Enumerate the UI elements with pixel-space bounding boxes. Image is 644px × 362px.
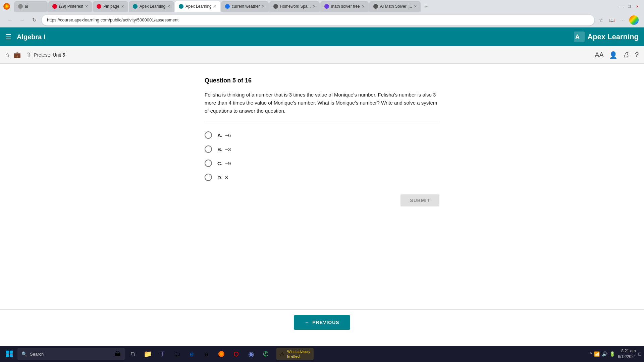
taskbar-files-icon[interactable]: 📁 [141, 347, 154, 361]
tab-apex2-label: Apex Learning [185, 4, 211, 9]
bookmark-star-icon[interactable]: ☆ [597, 16, 605, 24]
radio-a[interactable] [205, 131, 212, 139]
tab-apex1-label: Apex Learning [140, 4, 165, 9]
tab-pinterest1-close[interactable]: × [85, 4, 88, 9]
breadcrumb-value: Unit 5 [53, 52, 65, 58]
option-a-label: A. −6 [217, 132, 231, 138]
window-controls: — ❐ ✕ [619, 4, 643, 9]
svg-point-2 [6, 5, 8, 7]
radio-d[interactable] [205, 174, 212, 181]
tab-aimathsolver[interactable]: AI Math Solver |... × [369, 1, 421, 12]
option-b[interactable]: B. −3 [205, 145, 439, 153]
date-display: 6/12/2024 [618, 354, 636, 360]
app-header: ☰ Algebra I A Apex Learning [0, 27, 644, 46]
taskbar-browser-icon[interactable] [215, 347, 228, 361]
radio-c[interactable] [205, 160, 212, 167]
question-text: Felisha is thinking of a number that is … [205, 91, 439, 115]
firefox-icon[interactable] [1, 1, 12, 12]
weather-favicon [225, 4, 230, 9]
option-d[interactable]: D. 3 [205, 174, 439, 181]
tab-history-label: ⊟ [25, 4, 44, 9]
tray-network-icon[interactable]: 📶 [594, 351, 600, 357]
help-icon[interactable]: ? [635, 51, 639, 59]
tab-weather-close[interactable]: × [262, 4, 264, 9]
taskbar-edge-icon[interactable]: e [185, 347, 199, 361]
discord-icon: ◉ [248, 350, 254, 358]
restore-button[interactable]: ❐ [627, 4, 632, 9]
submit-button[interactable]: SUBMIT [400, 194, 439, 206]
explorer-icon: 🗂 [174, 350, 180, 358]
reading-list-icon[interactable]: 📖 [608, 16, 616, 24]
address-actions: ☆ 📖 ⋯ [597, 15, 639, 25]
taskbar-search-placeholder: Search [30, 352, 44, 357]
windows-logo-icon [6, 351, 13, 357]
whatsapp-icon: ✆ [263, 350, 269, 358]
datetime-display[interactable]: 8:21 am 6/12/2024 [618, 348, 636, 360]
option-a[interactable]: A. −6 [205, 131, 439, 139]
taskbar-explorer-icon[interactable]: 🗂 [170, 347, 184, 361]
teams-icon: T [160, 350, 164, 358]
aimathsolver-favicon [373, 4, 378, 9]
taskbar-opera-icon[interactable]: O [229, 347, 243, 361]
taskbar-search[interactable]: 🔍 Search 🏔 [17, 348, 125, 360]
previous-button[interactable]: ← PREVIOUS [294, 315, 350, 330]
apex-logo-icon: A [574, 32, 585, 42]
tab-aimathsolver-label: AI Math Solver |... [380, 4, 412, 9]
option-b-label: B. −3 [217, 146, 231, 152]
tray-battery-icon[interactable]: 🔋 [609, 351, 615, 357]
tab-apex1-close[interactable]: × [167, 4, 170, 9]
question-divider [205, 123, 439, 123]
reload-button[interactable]: ↻ [30, 15, 39, 25]
taskbar-whatsapp-icon[interactable]: ✆ [259, 347, 272, 361]
forward-button[interactable]: → [17, 15, 27, 25]
tray-chevron-icon[interactable]: ^ [590, 351, 592, 357]
apex2-favicon [179, 4, 183, 9]
profile-avatar[interactable] [629, 15, 639, 25]
accessibility-icon[interactable]: 👤 [609, 51, 618, 59]
tab-aimathsolver-close[interactable]: × [414, 4, 417, 9]
cortana-icon: 🏔 [115, 351, 121, 358]
weather-alert-title: Wind advisory [287, 349, 310, 354]
system-tray: ^ 📶 🔊 🔋 8:21 am 6/12/2024 □ [590, 348, 641, 360]
menu-hamburger-icon[interactable]: ☰ [5, 33, 11, 41]
taskbar-amazon-icon[interactable]: a [200, 347, 213, 361]
tab-bar: ⊟ (29) Pinterest × Pin page × Apex Learn… [0, 0, 644, 13]
new-tab-button[interactable]: + [421, 2, 431, 11]
tab-pinterest1[interactable]: (29) Pinterest × [48, 1, 92, 12]
tab-weather[interactable]: current weather × [221, 1, 269, 12]
task-view-button[interactable]: ⧉ [126, 347, 140, 361]
toolbar-actions: A​А 👤 🖨 ? [595, 51, 639, 59]
tab-apex2[interactable]: Apex Learning × [175, 1, 220, 12]
radio-b[interactable] [205, 145, 212, 153]
tab-homework-close[interactable]: × [313, 4, 316, 9]
back-button[interactable]: ← [5, 15, 15, 25]
address-input[interactable] [42, 15, 594, 25]
tab-apex2-close[interactable]: × [214, 4, 216, 9]
tab-mathsolver-close[interactable]: × [362, 4, 365, 9]
minimize-button[interactable]: — [619, 4, 624, 9]
print-icon[interactable]: 🖨 [623, 51, 630, 59]
more-options-icon[interactable]: ⋯ [619, 16, 627, 24]
start-button[interactable] [3, 347, 16, 361]
taskbar-discord-icon[interactable]: ◉ [244, 347, 258, 361]
tray-sound-icon[interactable]: 🔊 [602, 351, 607, 357]
pinpage-favicon [97, 4, 101, 9]
option-d-label: D. 3 [217, 175, 228, 180]
tab-homework[interactable]: Homework Spa... × [269, 1, 320, 12]
option-c[interactable]: C. −9 [205, 160, 439, 167]
briefcase-icon[interactable]: 💼 [13, 51, 21, 59]
taskbar: 🔍 Search 🏔 ⧉ 📁 T 🗂 e a O ◉ ✆ ⚠ Wind [0, 346, 644, 362]
tab-mathsolver[interactable]: math solver free × [320, 1, 369, 12]
close-window-button[interactable]: ✕ [635, 4, 640, 9]
taskbar-teams-icon[interactable]: T [156, 347, 169, 361]
tray-icons: ^ 📶 🔊 🔋 [590, 351, 615, 357]
question-container: Question 5 of 16 Felisha is thinking of … [205, 64, 439, 220]
tab-pinpage-close[interactable]: × [121, 4, 124, 9]
notification-icon[interactable]: □ [639, 351, 641, 357]
translate-icon[interactable]: A​А [595, 51, 604, 59]
tab-mathsolver-label: math solver free [331, 4, 360, 9]
tab-history[interactable]: ⊟ [14, 1, 48, 12]
tab-apex1[interactable]: Apex Learning × [129, 1, 174, 12]
home-icon[interactable]: ⌂ [5, 51, 9, 59]
tab-pinpage[interactable]: Pin page × [93, 1, 128, 12]
